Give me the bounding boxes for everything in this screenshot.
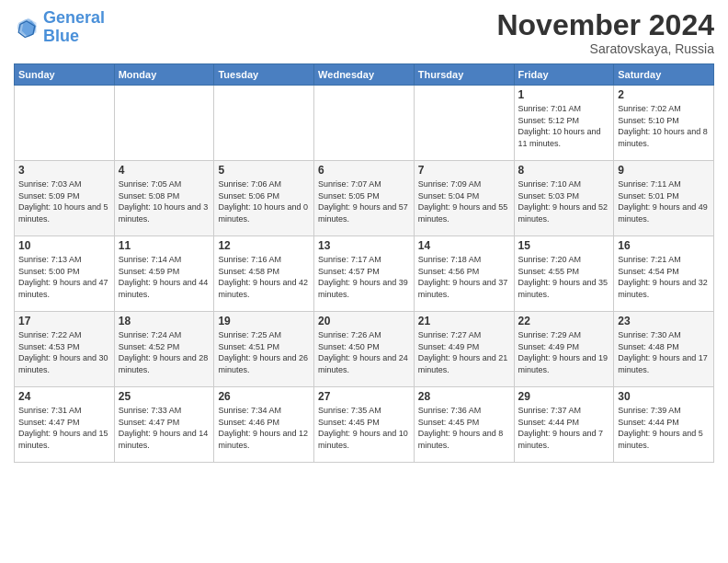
weekday-header-thursday: Thursday [414, 64, 514, 86]
weekday-header-row: SundayMondayTuesdayWednesdayThursdayFrid… [15, 64, 714, 86]
day-number: 24 [18, 390, 110, 403]
day-info: Sunrise: 7:30 AMSunset: 4:48 PMDaylight:… [618, 329, 710, 375]
day-info: Sunrise: 7:31 AMSunset: 4:47 PMDaylight:… [18, 405, 110, 451]
calendar-cell: 19Sunrise: 7:25 AMSunset: 4:51 PMDayligh… [214, 312, 314, 387]
day-number: 28 [418, 390, 510, 403]
day-number: 11 [119, 239, 210, 252]
calendar-cell: 6Sunrise: 7:07 AMSunset: 5:05 PMDaylight… [314, 161, 415, 236]
calendar-cell: 15Sunrise: 7:20 AMSunset: 4:55 PMDayligh… [514, 236, 614, 312]
calendar-cell: 4Sunrise: 7:05 AMSunset: 5:08 PMDaylight… [114, 161, 214, 236]
day-number: 3 [18, 164, 110, 177]
day-info: Sunrise: 7:21 AMSunset: 4:54 PMDaylight:… [618, 254, 710, 300]
day-info: Sunrise: 7:37 AMSunset: 4:44 PMDaylight:… [518, 405, 610, 451]
calendar-week-3: 10Sunrise: 7:13 AMSunset: 5:00 PMDayligh… [15, 236, 714, 312]
day-number: 1 [518, 88, 610, 101]
calendar-cell: 1Sunrise: 7:01 AMSunset: 5:12 PMDaylight… [514, 86, 614, 161]
day-number: 29 [518, 390, 610, 403]
day-info: Sunrise: 7:20 AMSunset: 4:55 PMDaylight:… [518, 254, 610, 300]
day-number: 13 [318, 239, 410, 252]
calendar-body: 1Sunrise: 7:01 AMSunset: 5:12 PMDaylight… [15, 86, 714, 463]
day-info: Sunrise: 7:14 AMSunset: 4:59 PMDaylight:… [119, 254, 210, 300]
page-container: General Blue November 2024 Saratovskaya,… [0, 0, 728, 472]
day-number: 27 [318, 390, 410, 403]
calendar-cell: 24Sunrise: 7:31 AMSunset: 4:47 PMDayligh… [15, 387, 115, 463]
day-number: 7 [418, 164, 510, 177]
calendar-cell: 26Sunrise: 7:34 AMSunset: 4:46 PMDayligh… [214, 387, 314, 463]
calendar-week-4: 17Sunrise: 7:22 AMSunset: 4:53 PMDayligh… [15, 312, 714, 387]
day-number: 10 [18, 239, 110, 252]
day-number: 14 [418, 239, 510, 252]
day-number: 19 [218, 315, 310, 327]
month-title: November 2024 [496, 9, 714, 41]
calendar-cell: 25Sunrise: 7:33 AMSunset: 4:47 PMDayligh… [114, 387, 214, 463]
day-info: Sunrise: 7:01 AMSunset: 5:12 PMDaylight:… [518, 103, 610, 149]
day-info: Sunrise: 7:18 AMSunset: 4:56 PMDaylight:… [418, 254, 510, 300]
day-info: Sunrise: 7:39 AMSunset: 4:44 PMDaylight:… [618, 405, 710, 451]
calendar-cell: 5Sunrise: 7:06 AMSunset: 5:06 PMDaylight… [214, 161, 314, 236]
weekday-header-monday: Monday [114, 64, 214, 86]
day-number: 25 [119, 390, 210, 403]
calendar-cell: 3Sunrise: 7:03 AMSunset: 5:09 PMDaylight… [15, 161, 115, 236]
day-number: 12 [218, 239, 310, 252]
calendar-cell: 30Sunrise: 7:39 AMSunset: 4:44 PMDayligh… [614, 387, 714, 463]
weekday-header-wednesday: Wednesday [314, 64, 415, 86]
day-number: 22 [518, 315, 610, 327]
calendar-cell [314, 86, 415, 161]
calendar-cell: 16Sunrise: 7:21 AMSunset: 4:54 PMDayligh… [614, 236, 714, 312]
day-info: Sunrise: 7:27 AMSunset: 4:49 PMDaylight:… [418, 329, 510, 375]
day-info: Sunrise: 7:03 AMSunset: 5:09 PMDaylight:… [18, 178, 110, 224]
calendar-cell: 8Sunrise: 7:10 AMSunset: 5:03 PMDaylight… [514, 161, 614, 236]
logo: General Blue [14, 9, 105, 46]
weekday-header-saturday: Saturday [614, 64, 714, 86]
calendar-cell: 21Sunrise: 7:27 AMSunset: 4:49 PMDayligh… [414, 312, 514, 387]
weekday-header-friday: Friday [514, 64, 614, 86]
day-info: Sunrise: 7:34 AMSunset: 4:46 PMDaylight:… [218, 405, 310, 451]
calendar-cell: 29Sunrise: 7:37 AMSunset: 4:44 PMDayligh… [514, 387, 614, 463]
calendar-cell: 20Sunrise: 7:26 AMSunset: 4:50 PMDayligh… [314, 312, 415, 387]
calendar-cell: 13Sunrise: 7:17 AMSunset: 4:57 PMDayligh… [314, 236, 415, 312]
day-info: Sunrise: 7:33 AMSunset: 4:47 PMDaylight:… [119, 405, 210, 451]
calendar-cell [114, 86, 214, 161]
calendar-cell: 23Sunrise: 7:30 AMSunset: 4:48 PMDayligh… [614, 312, 714, 387]
day-info: Sunrise: 7:35 AMSunset: 4:45 PMDaylight:… [318, 405, 410, 451]
day-number: 21 [418, 315, 510, 327]
day-info: Sunrise: 7:10 AMSunset: 5:03 PMDaylight:… [518, 178, 610, 224]
day-number: 2 [618, 88, 710, 101]
calendar-cell [15, 86, 115, 161]
calendar-cell: 9Sunrise: 7:11 AMSunset: 5:01 PMDaylight… [614, 161, 714, 236]
day-info: Sunrise: 7:26 AMSunset: 4:50 PMDaylight:… [318, 329, 410, 375]
weekday-header-tuesday: Tuesday [214, 64, 314, 86]
day-number: 20 [318, 315, 410, 327]
weekday-header-sunday: Sunday [15, 64, 115, 86]
day-number: 30 [618, 390, 710, 403]
day-number: 9 [618, 164, 710, 177]
day-number: 4 [119, 164, 210, 177]
page-header: General Blue November 2024 Saratovskaya,… [14, 9, 714, 56]
calendar-cell: 14Sunrise: 7:18 AMSunset: 4:56 PMDayligh… [414, 236, 514, 312]
day-number: 17 [18, 315, 110, 327]
day-info: Sunrise: 7:22 AMSunset: 4:53 PMDaylight:… [18, 329, 110, 375]
day-info: Sunrise: 7:09 AMSunset: 5:04 PMDaylight:… [418, 178, 510, 224]
day-number: 15 [518, 239, 610, 252]
day-info: Sunrise: 7:16 AMSunset: 4:58 PMDaylight:… [218, 254, 310, 300]
calendar-header: SundayMondayTuesdayWednesdayThursdayFrid… [15, 64, 714, 86]
day-number: 8 [518, 164, 610, 177]
day-info: Sunrise: 7:02 AMSunset: 5:10 PMDaylight:… [618, 103, 710, 149]
calendar-cell: 27Sunrise: 7:35 AMSunset: 4:45 PMDayligh… [314, 387, 415, 463]
calendar-cell [414, 86, 514, 161]
calendar-cell: 28Sunrise: 7:36 AMSunset: 4:45 PMDayligh… [414, 387, 514, 463]
calendar-cell: 2Sunrise: 7:02 AMSunset: 5:10 PMDaylight… [614, 86, 714, 161]
calendar-cell: 12Sunrise: 7:16 AMSunset: 4:58 PMDayligh… [214, 236, 314, 312]
day-info: Sunrise: 7:36 AMSunset: 4:45 PMDaylight:… [418, 405, 510, 451]
day-number: 5 [218, 164, 310, 177]
logo-icon [14, 15, 40, 40]
logo-line2: Blue [43, 27, 79, 45]
calendar-cell: 18Sunrise: 7:24 AMSunset: 4:52 PMDayligh… [114, 312, 214, 387]
day-number: 23 [618, 315, 710, 327]
calendar-cell: 17Sunrise: 7:22 AMSunset: 4:53 PMDayligh… [15, 312, 115, 387]
day-info: Sunrise: 7:17 AMSunset: 4:57 PMDaylight:… [318, 254, 410, 300]
calendar-cell: 11Sunrise: 7:14 AMSunset: 4:59 PMDayligh… [114, 236, 214, 312]
location-subtitle: Saratovskaya, Russia [496, 41, 714, 56]
day-number: 26 [218, 390, 310, 403]
calendar-cell [214, 86, 314, 161]
